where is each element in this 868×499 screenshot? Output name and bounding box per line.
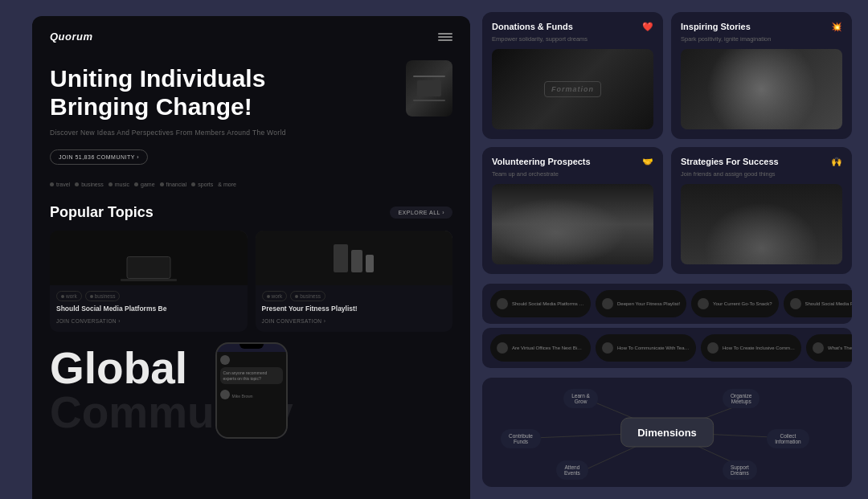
mind-node-collect[interactable]: CollectInformation (767, 429, 809, 448)
tag-business[interactable]: business (75, 179, 104, 190)
topic-card-2: work business Present Your Fitness Playl… (256, 231, 453, 332)
post-pill-9[interactable]: What's The Best Meetup Setting Nearby? (806, 334, 852, 362)
phone-mockup: Can anyone recommend experts on this top… (215, 342, 288, 439)
cat-emoji-volunteering: 🤝 (642, 157, 653, 167)
avatar (220, 355, 230, 365)
post-avatar-9 (813, 342, 824, 354)
post-text-4: Should Social Media Platforms Be Respons… (805, 301, 852, 306)
post-text-1: Should Social Media Platforms Be Respons… (512, 301, 584, 306)
post-avatar-6 (497, 342, 508, 354)
avatar-2 (220, 390, 230, 399)
card-join-2[interactable]: JOIN CONVERSATION › (256, 318, 453, 324)
popular-topics-header: Popular Topics EXPLORE ALL › (50, 204, 452, 221)
post-pill-6[interactable]: Are Virtual Offices The Next Big Trend? (490, 334, 591, 362)
mind-node-support[interactable]: SupportDreams (723, 460, 757, 480)
card-title-1: Should Social Media Platforms Be (50, 305, 248, 318)
post-avatar-1 (497, 298, 508, 309)
explore-all-button[interactable]: EXPLORE ALL › (390, 207, 452, 219)
global-section: Global Global Community Can anyone recom… (32, 338, 470, 435)
post-text-8: How To Create Inclusive Communities (723, 346, 795, 350)
cat-image-success (681, 184, 842, 264)
topic-cards: work business Should Social Media Platfo… (50, 231, 452, 332)
tag-music[interactable]: music (108, 179, 129, 190)
hero-section: Uniting Individuals Bringing Change! Dis… (32, 57, 470, 165)
hero-floating-image (406, 60, 452, 117)
cat-subtitle-stories: Spark positivity, ignite imagination (681, 35, 842, 43)
tag-more[interactable]: & more (218, 179, 236, 190)
post-avatar-4 (790, 298, 801, 309)
tag-travel[interactable]: travel (50, 179, 70, 190)
popular-topics-section: Popular Topics EXPLORE ALL › work (32, 198, 470, 332)
card-tag-work-2[interactable]: work (262, 291, 288, 301)
cat-title-volunteering: Volunteering Prospects (492, 157, 591, 166)
phone-screen: Can anyone recommend experts on this top… (217, 352, 286, 437)
tag-financial[interactable]: financial (160, 179, 187, 190)
popular-topics-title: Popular Topics (50, 204, 154, 221)
cat-emoji-stories: 💥 (831, 22, 842, 32)
cat-subtitle-volunteering: Team up and orchestrate (492, 170, 653, 178)
card-tags-2: work business (256, 285, 453, 305)
card-tag-business-2[interactable]: business (290, 291, 326, 301)
card-tag-work[interactable]: work (56, 291, 82, 301)
category-card-stories: Inspiring Stories 💥 Spark positivity, ig… (671, 12, 852, 139)
hamburger-icon[interactable] (438, 33, 452, 41)
post-avatar-7 (602, 342, 613, 354)
post-avatar-2 (602, 298, 613, 309)
mind-map: Dimensions Learn &Grow OrganizeMeetups C… (482, 378, 852, 487)
cat-image-volunteering (492, 184, 653, 264)
post-text-3: Your Current Go-To Snack? (713, 301, 772, 306)
posts-row-2: Are Virtual Offices The Next Big Trend? … (482, 328, 852, 368)
mind-center-node: Dimensions (620, 418, 714, 448)
mind-node-learn[interactable]: Learn &Grow (563, 389, 598, 408)
cat-title-donations: Donations & Funds (492, 22, 573, 31)
hero-title: Uniting Individuals Bringing Change! (50, 65, 452, 121)
post-pill-3[interactable]: Your Current Go-To Snack? (691, 290, 778, 317)
formation-sign: Formation (544, 81, 601, 97)
post-pill-7[interactable]: How To Communicate With Teammates Online… (596, 334, 696, 362)
mind-node-organize[interactable]: OrganizeMeetups (723, 389, 760, 408)
post-pill-2[interactable]: Deepen Your Fitness Playlist! (596, 290, 686, 317)
mind-node-contribute[interactable]: ContributeFunds (501, 429, 541, 448)
card-tags-1: work business (50, 285, 248, 305)
phone-message: Can anyone recommend experts on this top… (220, 367, 283, 384)
card-image-desk (50, 231, 248, 285)
post-text-7: How To Communicate With Teammates Online… (617, 346, 690, 350)
card-title-2: Present Your Fitness Playlist! (256, 305, 453, 318)
cat-image-donations: Formation (492, 49, 653, 129)
category-card-success: Strategies For Success 🙌 Join friends an… (671, 147, 852, 274)
posts-section: Should Social Media Platforms Be Respons… (482, 284, 852, 368)
mind-node-attend[interactable]: AttendEvents (556, 460, 588, 480)
post-pill-8[interactable]: How To Create Inclusive Communities (701, 334, 801, 362)
post-text-2: Deepen Your Fitness Playlist! (617, 301, 680, 306)
category-card-volunteering: Volunteering Prospects 🤝 Team up and orc… (482, 147, 663, 274)
post-pill-1[interactable]: Should Social Media Platforms Be Respons… (490, 290, 591, 317)
tag-sports[interactable]: sports (191, 179, 213, 190)
post-pill-4[interactable]: Should Social Media Platforms Be Respons… (784, 290, 852, 317)
card-join-1[interactable]: JOIN CONVERSATION › (50, 318, 248, 324)
post-text-9: What's The Best Meetup Setting Nearby? (828, 346, 852, 350)
post-avatar-3 (698, 298, 709, 309)
cat-image-stories (681, 49, 842, 129)
cat-title-success: Strategies For Success (681, 157, 779, 166)
navbar: Quorum (32, 16, 470, 57)
join-community-button[interactable]: JOIN 51,836 COMMUNITY › (50, 149, 148, 165)
card-image-wall (256, 231, 453, 285)
category-grid: Donations & Funds ❤️ Empower solidarity,… (482, 12, 852, 274)
post-text-6: Are Virtual Offices The Next Big Trend? (512, 346, 584, 350)
post-avatar-8 (707, 342, 719, 354)
cat-emoji-success: 🙌 (831, 157, 842, 167)
message-text: Can anyone recommend experts on this top… (223, 370, 280, 381)
hero-subtitle: Discover New Ideas And Perspectives From… (50, 129, 452, 137)
cat-subtitle-success: Join friends and assign good things (681, 170, 842, 178)
logo: Quorum (50, 31, 93, 43)
category-card-donations: Donations & Funds ❤️ Empower solidarity,… (482, 12, 663, 139)
user-label: Mike Brown (232, 394, 253, 399)
cat-subtitle-donations: Empower solidarity, support dreams (492, 35, 653, 43)
tag-game[interactable]: game (134, 179, 155, 190)
right-panel: Donations & Funds ❤️ Empower solidarity,… (470, 0, 868, 499)
phone-notch (240, 344, 264, 349)
card-tag-business[interactable]: business (85, 291, 121, 301)
left-panel: Quorum Uniting Individuals Bringing Chan… (32, 16, 470, 499)
topic-tags: travel business music game financial spo… (32, 165, 470, 198)
topic-card-1: work business Should Social Media Platfo… (50, 231, 248, 332)
